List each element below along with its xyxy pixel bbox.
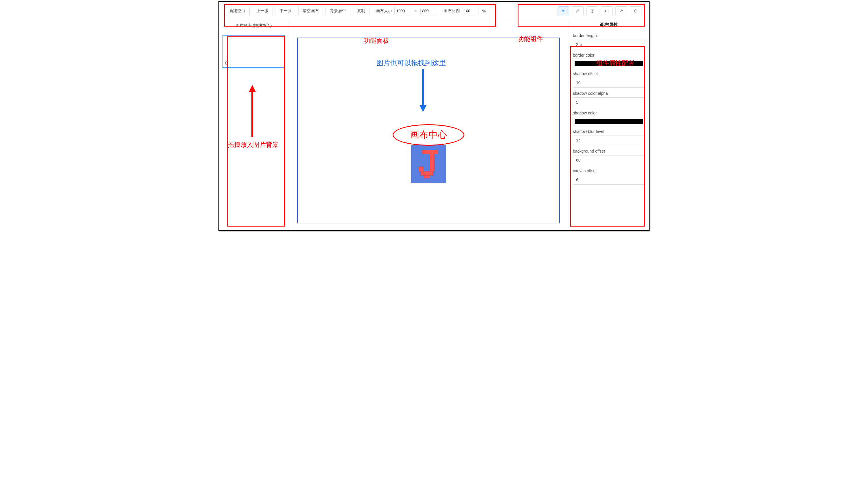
circle-icon bbox=[634, 9, 638, 14]
svg-rect-2 bbox=[422, 150, 438, 154]
canvas-object-sample[interactable] bbox=[411, 145, 446, 183]
body: 画布列表 (拖拽放入) bbox=[219, 20, 649, 230]
label-border-color: border color bbox=[573, 53, 645, 58]
rect-icon bbox=[605, 9, 609, 14]
pencil-icon bbox=[576, 9, 580, 14]
annotation-ellipse: 画布中心 bbox=[392, 124, 464, 146]
input-canvas-offset[interactable] bbox=[573, 175, 645, 185]
field-canvas-offset: canvas offset bbox=[573, 169, 645, 185]
svg-point-1 bbox=[634, 9, 637, 12]
trash-icon bbox=[224, 61, 228, 65]
canvas-frame[interactable]: 画布中心 bbox=[297, 38, 560, 223]
field-shadow-blur: shadow blur level bbox=[573, 129, 645, 145]
svg-rect-0 bbox=[605, 10, 608, 12]
app-window: 新建空白 上一张 下一张 清空画布 背景居中 复制 画布大小 × 画布比例 % … bbox=[219, 1, 649, 231]
delete-thumbnail-button[interactable] bbox=[224, 61, 228, 66]
input-border-length[interactable] bbox=[573, 40, 645, 49]
arrow-icon bbox=[619, 9, 623, 14]
scale-unit: % bbox=[482, 9, 486, 13]
tool-palette: T bbox=[558, 6, 642, 16]
label-canvas-offset: canvas offset bbox=[573, 169, 645, 173]
annotation-arrow-red bbox=[248, 85, 257, 138]
prev-button[interactable]: 上一张 bbox=[252, 6, 273, 16]
label-shadow-offset: shadow offset bbox=[573, 71, 645, 76]
canvas-height-input[interactable] bbox=[420, 7, 437, 15]
annotation-canvas-center: 画布中心 bbox=[392, 124, 464, 146]
label-shadow-blur: shadow blur level bbox=[573, 129, 645, 134]
properties-sidebar: 画布属性 border length: border color shadow … bbox=[568, 20, 649, 230]
copy-button[interactable]: 复制 bbox=[353, 6, 369, 16]
svg-rect-3 bbox=[430, 154, 435, 171]
center-background-button[interactable]: 背景居中 bbox=[325, 6, 350, 16]
text-icon: T bbox=[591, 9, 594, 14]
field-border-length: border length: bbox=[573, 33, 645, 49]
canvas-size-label: 画布大小 bbox=[376, 8, 392, 14]
canvas-thumbnail[interactable] bbox=[222, 35, 285, 68]
letter-j-icon bbox=[416, 148, 442, 180]
new-blank-button[interactable]: 新建空白 bbox=[225, 6, 250, 16]
circle-tool-button[interactable] bbox=[630, 6, 642, 16]
field-border-color: border color bbox=[573, 53, 645, 68]
field-shadow-color: shadow color bbox=[573, 111, 645, 126]
label-shadow-color-alpha: shadow color alpha bbox=[573, 91, 645, 95]
input-background-offset[interactable] bbox=[573, 155, 645, 165]
cursor-tool-button[interactable] bbox=[558, 6, 569, 16]
field-shadow-color-alpha: shadow color alpha bbox=[573, 91, 645, 107]
label-background-offset: background offset bbox=[573, 149, 645, 153]
field-background-offset: background offset bbox=[573, 149, 645, 165]
input-shadow-blur[interactable] bbox=[573, 135, 645, 145]
canvas-area: 画布中心 bbox=[288, 20, 568, 230]
arrow-tool-button[interactable] bbox=[615, 6, 627, 16]
input-border-color[interactable] bbox=[573, 59, 645, 68]
svg-rect-5 bbox=[421, 171, 433, 175]
annotation-arrow-blue bbox=[419, 69, 427, 113]
cursor-icon bbox=[561, 9, 565, 14]
text-tool-button[interactable]: T bbox=[586, 6, 598, 16]
clear-canvas-button[interactable]: 清空画布 bbox=[298, 6, 323, 16]
rect-tool-button[interactable] bbox=[601, 6, 612, 16]
annotation-canvas-center-text: 画布中心 bbox=[410, 129, 447, 141]
label-shadow-color: shadow color bbox=[573, 111, 645, 115]
svg-marker-8 bbox=[420, 105, 426, 112]
next-button[interactable]: 下一张 bbox=[275, 6, 296, 16]
input-shadow-color[interactable] bbox=[573, 117, 645, 126]
size-separator: × bbox=[415, 9, 417, 13]
pencil-tool-button[interactable] bbox=[572, 6, 584, 16]
label-border-length: border length: bbox=[573, 33, 645, 38]
canvas-scale-input[interactable] bbox=[462, 7, 479, 15]
canvas-width-input[interactable] bbox=[395, 7, 411, 15]
input-shadow-offset[interactable] bbox=[573, 78, 645, 88]
canvas-scale-label: 画布比例 bbox=[444, 8, 460, 14]
svg-rect-6 bbox=[424, 175, 430, 178]
canvas-list-title: 画布列表 (拖拽放入) bbox=[222, 23, 285, 30]
field-shadow-offset: shadow offset bbox=[573, 71, 645, 88]
svg-rect-4 bbox=[419, 167, 424, 171]
properties-title: 画布属性 bbox=[573, 22, 645, 31]
input-shadow-color-alpha[interactable] bbox=[573, 98, 645, 107]
